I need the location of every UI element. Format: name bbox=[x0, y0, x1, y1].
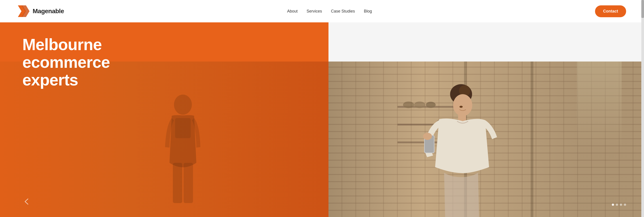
slide-dot-3[interactable] bbox=[620, 204, 622, 206]
nav-about[interactable]: About bbox=[287, 9, 298, 14]
hero-photo-right bbox=[328, 62, 644, 217]
hero-text-block: Melbourne ecommerce experts bbox=[22, 36, 110, 89]
woman-silhouette bbox=[408, 77, 515, 217]
hero-title-line1: Melbourne bbox=[22, 36, 102, 54]
svg-rect-3 bbox=[175, 118, 191, 138]
nav-case-studies[interactable]: Case Studies bbox=[331, 9, 355, 14]
slide-dot-4[interactable] bbox=[624, 204, 626, 206]
nav-services[interactable]: Services bbox=[306, 9, 322, 14]
nav-blog[interactable]: Blog bbox=[364, 9, 372, 14]
contact-button[interactable]: Contact bbox=[595, 5, 626, 17]
logo-link[interactable]: Magenable bbox=[18, 5, 64, 17]
slide-dot-1[interactable] bbox=[612, 204, 614, 206]
logo-text: Magenable bbox=[33, 8, 64, 15]
hero-slide-dots bbox=[612, 204, 626, 206]
slide-dot-2[interactable] bbox=[616, 204, 618, 206]
hero-section: Melbourne ecommerce experts bbox=[0, 22, 644, 217]
scrollbar-thumb[interactable] bbox=[641, 0, 644, 18]
header: Magenable About Services Case Studies Bl… bbox=[0, 0, 644, 22]
hero-title-line2: ecommerce bbox=[22, 53, 110, 71]
svg-point-2 bbox=[174, 94, 192, 114]
svg-rect-19 bbox=[458, 114, 466, 121]
hero-title: Melbourne ecommerce experts bbox=[22, 36, 110, 89]
svg-rect-4 bbox=[173, 163, 182, 203]
svg-rect-5 bbox=[184, 163, 193, 203]
svg-point-18 bbox=[453, 94, 472, 116]
main-nav: About Services Case Studies Blog bbox=[287, 9, 372, 14]
scrollbar[interactable] bbox=[641, 0, 644, 217]
hero-photo-inner bbox=[328, 62, 644, 217]
svg-rect-15 bbox=[531, 62, 533, 217]
hero-prev-arrow[interactable] bbox=[22, 197, 31, 208]
hero-title-line3: experts bbox=[22, 71, 78, 89]
svg-point-23 bbox=[459, 106, 462, 108]
person-left-silhouette bbox=[152, 77, 214, 217]
svg-point-22 bbox=[423, 133, 432, 140]
logo-icon bbox=[18, 5, 30, 17]
